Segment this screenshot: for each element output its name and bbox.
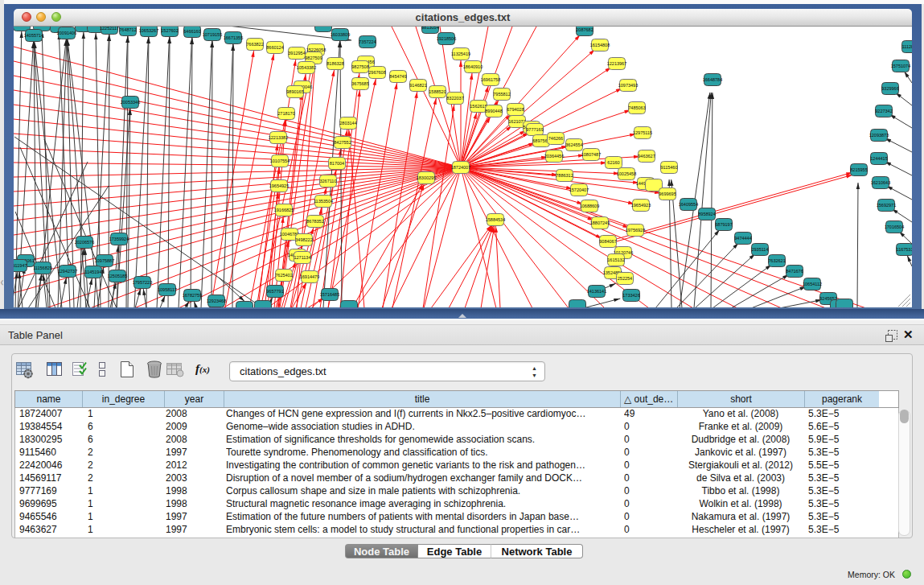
svg-text:8471676: 8471676: [786, 269, 803, 274]
svg-text:16210643: 16210643: [871, 180, 890, 185]
svg-text:20206576: 20206576: [75, 240, 94, 245]
svg-text:1112850: 1112850: [902, 44, 912, 49]
svg-text:11156829: 11156829: [33, 266, 52, 270]
svg-text:17359924: 17359924: [109, 237, 129, 241]
svg-text:19654923: 19654923: [631, 203, 651, 208]
svg-text:9699695: 9699695: [659, 192, 676, 196]
svg-text:62160: 62160: [607, 160, 619, 165]
svg-text:16033809: 16033809: [331, 32, 350, 37]
svg-text:2803144: 2803144: [339, 121, 356, 126]
svg-text:9227342: 9227342: [875, 109, 892, 113]
svg-text:8678352: 8678352: [306, 219, 323, 224]
svg-text:10973493: 10973493: [618, 83, 638, 88]
svg-text:6879197: 6879197: [715, 222, 732, 227]
svg-text:1527602: 1527602: [161, 28, 178, 33]
svg-text:1588520: 1588520: [429, 89, 446, 94]
svg-text:10688609: 10688609: [580, 204, 599, 208]
svg-text:9115460: 9115460: [660, 165, 677, 170]
svg-text:3267110: 3267110: [319, 179, 336, 183]
svg-text:17016504: 17016504: [885, 225, 904, 229]
svg-text:6794028: 6794028: [507, 107, 524, 112]
svg-text:9827508: 9827508: [351, 64, 368, 69]
svg-text:2087682: 2087682: [576, 27, 593, 32]
svg-text:12505185: 12505185: [108, 274, 127, 278]
svg-text:12923468: 12923468: [207, 299, 226, 303]
svg-text:15751074: 15751074: [891, 64, 910, 68]
svg-text:9463627: 9463627: [638, 154, 655, 159]
svg-text:8454749: 8454749: [389, 74, 406, 79]
svg-text:7625402: 7625402: [275, 273, 292, 278]
svg-text:8322037: 8322037: [446, 96, 463, 101]
svg-text:7632621: 7632621: [768, 258, 785, 263]
svg-text:16671355: 16671355: [224, 35, 243, 40]
svg-text:2967608: 2967608: [368, 70, 385, 75]
svg-text:10025458: 10025458: [617, 171, 636, 176]
svg-text:8427552: 8427552: [334, 140, 351, 145]
svg-text:20091406: 20091406: [57, 31, 76, 35]
svg-text:6466160: 6466160: [183, 29, 200, 34]
svg-text:20053346: 20053346: [121, 100, 140, 105]
svg-text:7955812: 7955812: [493, 92, 510, 97]
svg-text:1615132: 1615132: [607, 257, 624, 262]
svg-text:16782759: 16782759: [183, 293, 202, 298]
svg-text:10543382: 10543382: [297, 65, 316, 70]
svg-text:1244415: 1244415: [870, 156, 887, 161]
svg-text:2718170: 2718170: [277, 111, 294, 116]
svg-text:10719155: 10719155: [203, 32, 222, 37]
svg-text:19756928: 19756928: [626, 228, 645, 233]
svg-text:1271134: 1271134: [294, 255, 310, 260]
svg-text:8660124: 8660124: [266, 45, 283, 50]
svg-text:8813054: 8813054: [421, 27, 438, 30]
svg-text:10958117: 10958117: [158, 287, 177, 292]
svg-text:3912954: 3912954: [288, 51, 305, 56]
svg-text:19166825: 19166825: [274, 208, 294, 212]
svg-text:11325419: 11325419: [451, 51, 470, 56]
svg-text:18300295: 18300295: [417, 175, 436, 180]
svg-text:16648784: 16648784: [703, 77, 722, 82]
svg-text:15884534: 15884534: [486, 217, 505, 222]
svg-text:10107554: 10107554: [270, 159, 290, 163]
svg-text:14136141: 14136141: [587, 289, 606, 294]
svg-text:1873: 1873: [17, 27, 27, 27]
svg-text:18724007: 18724007: [451, 165, 470, 170]
svg-text:19654925: 19654925: [269, 183, 289, 188]
svg-text:10653267: 10653267: [139, 28, 158, 33]
svg-text:12093873: 12093873: [869, 133, 889, 138]
svg-text:9777169: 9777169: [526, 127, 543, 132]
svg-text:9329966: 9329966: [881, 86, 898, 91]
svg-text:15692971: 15692971: [877, 203, 896, 208]
svg-text:1145194: 1145194: [84, 270, 101, 274]
svg-text:12252117: 12252117: [100, 27, 119, 31]
svg-text:3498222: 3498222: [295, 237, 312, 242]
svg-text:8990448: 8990448: [485, 109, 502, 113]
svg-text:7663822: 7663822: [246, 42, 263, 47]
svg-text:15720407: 15720407: [569, 187, 589, 192]
svg-text:9146821: 9146821: [409, 83, 426, 88]
svg-text:2935114: 2935114: [751, 247, 768, 252]
svg-text:9827509: 9827509: [305, 56, 322, 60]
svg-text:16961758: 16961758: [481, 77, 500, 82]
svg-text:12975115: 12975115: [633, 130, 652, 135]
svg-text:14055714: 14055714: [24, 33, 43, 38]
svg-text:10654112: 10654112: [803, 282, 822, 286]
svg-text:10807487: 10807487: [581, 152, 601, 157]
svg-text:10975887: 10975887: [95, 258, 114, 263]
svg-text:1167533: 1167533: [896, 247, 912, 252]
svg-text:817004: 817004: [330, 161, 344, 166]
svg-text:18807249: 18807249: [590, 220, 610, 225]
svg-text:8186328: 8186328: [326, 61, 343, 66]
svg-text:9084067: 9084067: [599, 239, 616, 244]
svg-text:17957223: 17957223: [133, 280, 152, 285]
svg-text:11353504: 11353504: [314, 199, 333, 204]
svg-text:16154808: 16154808: [590, 43, 610, 47]
svg-text:9474444: 9474444: [734, 236, 751, 241]
svg-text:16409554: 16409554: [679, 202, 698, 207]
svg-text:8958924: 8958924: [698, 212, 715, 216]
svg-text:3624554: 3624554: [565, 142, 582, 147]
svg-text:12213382: 12213382: [269, 135, 288, 140]
svg-text:1733426: 1733426: [622, 293, 639, 298]
svg-text:16914479: 16914479: [300, 274, 319, 279]
svg-text:9890165: 9890165: [286, 89, 303, 94]
svg-text:8215955: 8215955: [850, 167, 867, 172]
svg-text:7357224: 7357224: [359, 39, 376, 44]
